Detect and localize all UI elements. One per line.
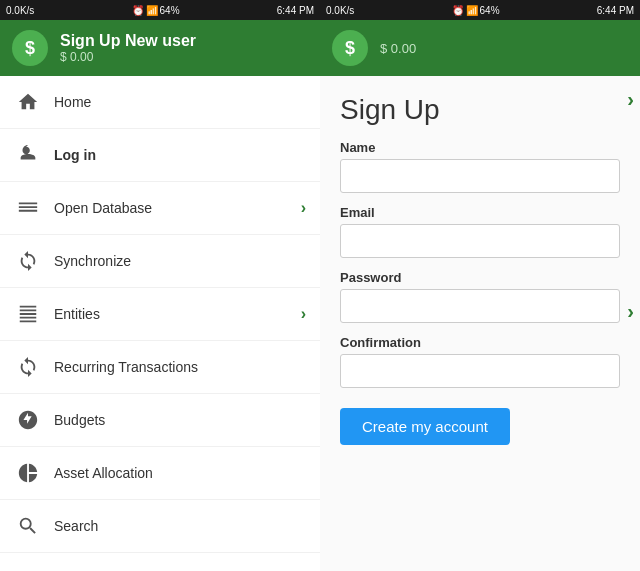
nav-label-search: Search	[54, 518, 306, 534]
search-icon	[14, 512, 42, 540]
sync-icon	[14, 247, 42, 275]
arrow-entities: ›	[301, 305, 306, 323]
nav-label-recurring: Recurring Transactions	[54, 359, 306, 375]
app-body: $ Sign Up New user $ 0.00 Home Log in	[0, 20, 640, 571]
recurring-icon	[14, 353, 42, 381]
right-header-logo: $	[332, 30, 368, 66]
left-panel: $ Sign Up New user $ 0.00 Home Log in	[0, 20, 320, 571]
login-icon	[14, 141, 42, 169]
email-label: Email	[340, 205, 620, 220]
create-account-button[interactable]: Create my account	[340, 408, 510, 445]
signup-title: Sign Up	[340, 94, 620, 126]
entities-icon	[14, 300, 42, 328]
right-logo-symbol: $	[345, 38, 355, 59]
status-bar: 0.0K/s ⏰ 📶 64% 6:44 PM 0.0K/s ⏰ 📶 64% 6:…	[0, 0, 640, 20]
password-label: Password	[340, 270, 620, 285]
name-label: Name	[340, 140, 620, 155]
nav-label-open-database: Open Database	[54, 200, 301, 216]
status-icons-right: ⏰ 📶 64%	[452, 5, 500, 16]
header-balance: $ 0.00	[60, 50, 196, 64]
email-input[interactable]	[340, 224, 620, 258]
right-header: $ $ 0.00	[320, 20, 640, 76]
sidebar-item-open-database[interactable]: Open Database ›	[0, 182, 320, 235]
database-icon	[14, 194, 42, 222]
status-time-left: 6:44 PM	[277, 5, 314, 16]
confirmation-input[interactable]	[340, 354, 620, 388]
email-group: Email	[340, 205, 620, 258]
sidebar-item-search[interactable]: Search	[0, 500, 320, 553]
status-network-right: 0.0K/s	[326, 5, 354, 16]
battery-left: 64%	[160, 5, 180, 16]
header-text: Sign Up New user $ 0.00	[60, 32, 196, 64]
sidebar-item-login[interactable]: Log in	[0, 129, 320, 182]
nav-label-home: Home	[54, 94, 306, 110]
reports-icon	[14, 565, 42, 571]
arrow-open-database: ›	[301, 199, 306, 217]
confirmation-label: Confirmation	[340, 335, 620, 350]
alarm-icon: ⏰	[132, 5, 144, 16]
password-group: Password	[340, 270, 620, 323]
name-input[interactable]	[340, 159, 620, 193]
alarm-icon-right: ⏰	[452, 5, 464, 16]
nav-label-asset: Asset Allocation	[54, 465, 306, 481]
status-network-left: 0.0K/s	[6, 5, 34, 16]
left-header: $ Sign Up New user $ 0.00	[0, 20, 320, 76]
password-input[interactable]	[340, 289, 620, 323]
status-time-right: 6:44 PM	[597, 5, 634, 16]
name-group: Name	[340, 140, 620, 193]
logo-symbol: $	[25, 38, 35, 59]
signup-form: Sign Up Name Email Password Confirmation…	[320, 76, 640, 571]
confirmation-group: Confirmation	[340, 335, 620, 388]
status-icons-left: ⏰ 📶 64%	[132, 5, 180, 16]
sidebar-item-reports[interactable]: Reports	[0, 553, 320, 571]
battery-right: 64%	[480, 5, 500, 16]
left-header-logo: $	[12, 30, 48, 66]
nav-label-login: Log in	[54, 147, 306, 163]
home-icon	[14, 88, 42, 116]
status-bar-right: 0.0K/s ⏰ 📶 64% 6:44 PM	[320, 5, 640, 16]
sidebar-item-budgets[interactable]: Budgets	[0, 394, 320, 447]
right-header-balance: $ 0.00	[380, 41, 416, 56]
sidebar-item-asset-allocation[interactable]: Asset Allocation	[0, 447, 320, 500]
signal-icon-right: 📶	[466, 5, 478, 16]
nav-label-synchronize: Synchronize	[54, 253, 306, 269]
asset-icon	[14, 459, 42, 487]
signal-icon: 📶	[146, 5, 158, 16]
chevron-right-mid-icon: ›	[627, 300, 634, 323]
nav-label-budgets: Budgets	[54, 412, 306, 428]
sidebar-item-synchronize[interactable]: Synchronize	[0, 235, 320, 288]
nav-label-entities: Entities	[54, 306, 301, 322]
chevron-right-top-icon: ›	[627, 88, 634, 111]
sidebar-item-home[interactable]: Home	[0, 76, 320, 129]
sidebar-item-entities[interactable]: Entities ›	[0, 288, 320, 341]
right-panel: $ $ 0.00 › › Sign Up Name Email Password…	[320, 20, 640, 571]
header-title: Sign Up New user	[60, 32, 196, 50]
nav-menu: Home Log in Open Database ›	[0, 76, 320, 571]
sidebar-item-recurring[interactable]: Recurring Transactions	[0, 341, 320, 394]
status-bar-left: 0.0K/s ⏰ 📶 64% 6:44 PM	[0, 5, 320, 16]
budgets-icon	[14, 406, 42, 434]
